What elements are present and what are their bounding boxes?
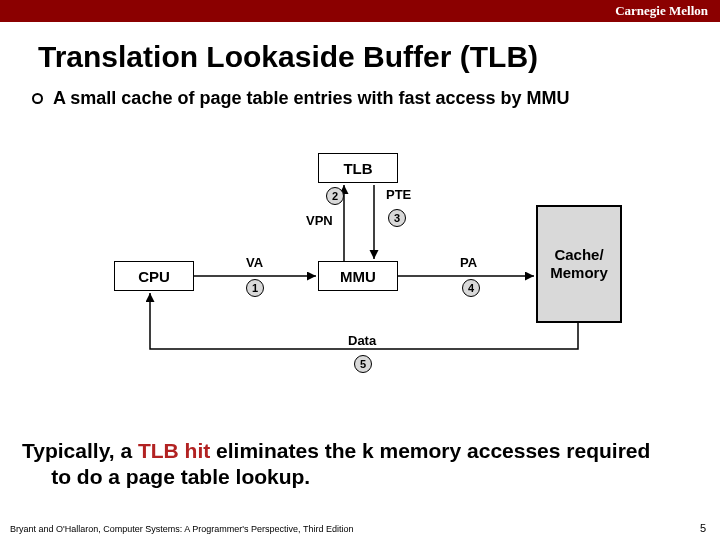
node-cache: Cache/ Memory	[536, 205, 622, 323]
label-pte: PTE	[386, 187, 411, 202]
step-4: 4	[462, 279, 480, 297]
label-pa: PA	[460, 255, 477, 270]
bullet-text: A small cache of page table entries with…	[53, 88, 570, 109]
step-5: 5	[354, 355, 372, 373]
footnote-suffix2: to do a page table lookup.	[51, 465, 310, 488]
label-vpn: VPN	[306, 213, 333, 228]
node-tlb: TLB	[318, 153, 398, 183]
footnote: Typically, a TLB hit eliminates the k me…	[22, 438, 702, 491]
step-1: 1	[246, 279, 264, 297]
brand-label: Carnegie Mellon	[615, 3, 708, 19]
footnote-hit: TLB hit	[138, 439, 210, 462]
page-number: 5	[700, 522, 706, 534]
page-title: Translation Lookaside Buffer (TLB)	[38, 40, 720, 74]
label-va: VA	[246, 255, 263, 270]
footnote-prefix: Typically, a	[22, 439, 138, 462]
bullet-icon	[32, 93, 43, 104]
cache-label-2: Memory	[550, 264, 608, 281]
footer-citation: Bryant and O'Hallaron, Computer Systems:…	[10, 524, 353, 534]
step-2: 2	[326, 187, 344, 205]
header-bar: Carnegie Mellon	[0, 0, 720, 22]
diagram: TLB CPU MMU Cache/ Memory VA VPN PTE PA …	[0, 123, 720, 393]
tlb-label: TLB	[343, 160, 372, 177]
mmu-label: MMU	[340, 268, 376, 285]
step-3: 3	[388, 209, 406, 227]
label-data: Data	[348, 333, 376, 348]
cpu-label: CPU	[138, 268, 170, 285]
cache-label-1: Cache/	[554, 246, 603, 263]
bullet-item: A small cache of page table entries with…	[32, 88, 720, 109]
node-mmu: MMU	[318, 261, 398, 291]
footnote-suffix1: eliminates the k memory accesses require…	[210, 439, 650, 462]
node-cpu: CPU	[114, 261, 194, 291]
